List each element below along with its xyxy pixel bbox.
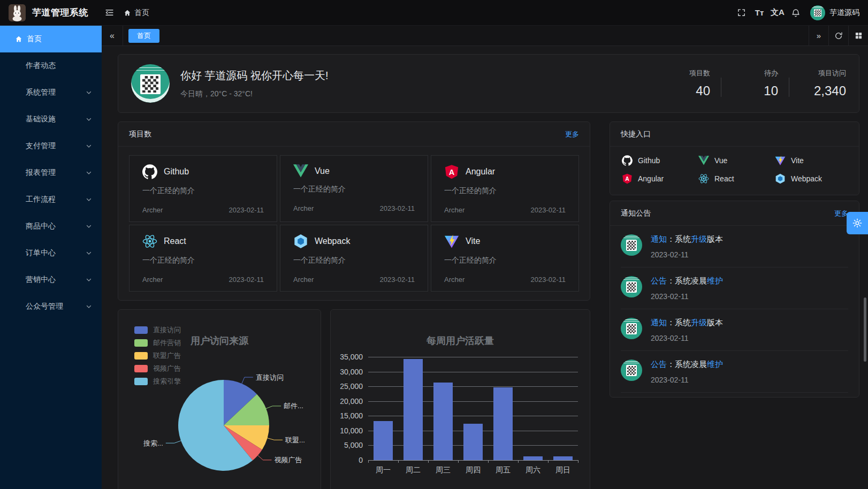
charts-row: 用户访问来源 直接访问邮件营销联盟广告视频广告搜索引擎 直接访问邮件...联盟.…	[118, 309, 590, 489]
notice-item[interactable]: 通知：系统升级版本2023-02-11	[621, 309, 848, 351]
project-card-webpack[interactable]: Webpack一个正经的简介Archer2023-02-11	[280, 225, 428, 292]
notice-title-segment: 公告	[651, 360, 667, 369]
y-axis-tick-label: 35,000	[340, 353, 363, 361]
shortcut-webpack[interactable]: Webpack	[775, 173, 847, 184]
sidebar-item-order[interactable]: 订单中心	[0, 240, 102, 266]
notice-content: 公告：系统凌晨维护2023-02-11	[651, 276, 723, 301]
user-menu[interactable]: 芋道源码	[810, 5, 859, 20]
main-area: « 首页 » 你好 芋道源码 祝你开心每一天!	[102, 26, 868, 489]
breadcrumb[interactable]: 首页	[124, 8, 149, 18]
shortcut-label: Vue	[714, 156, 727, 165]
shortcut-vite[interactable]: Vite	[775, 155, 847, 166]
pie-slice-label: 邮件...	[284, 402, 303, 410]
notices-card: 通知公告 更多 通知：系统升级版本2023-02-11公告：系统凌晨维护2023…	[610, 201, 859, 398]
project-card-angular[interactable]: AAngular一个正经的简介Archer2023-02-11	[431, 155, 579, 222]
project-author: Archer	[444, 206, 465, 214]
bar-周六[interactable]	[523, 456, 543, 460]
page-scrollbar[interactable]	[864, 297, 866, 362]
y-axis-tick-label: 30,000	[340, 368, 363, 376]
notice-date: 2023-02-11	[651, 334, 723, 342]
app-logo[interactable]	[9, 4, 26, 21]
project-footer: Archer2023-02-11	[444, 276, 566, 284]
project-footer: Archer2023-02-11	[293, 204, 415, 212]
sidebar-item-label: 作者动态	[26, 61, 56, 71]
bar-chart[interactable]: 05,00010,00015,00020,00025,00030,00035,0…	[368, 357, 578, 460]
project-card-vite[interactable]: Vite一个正经的简介Archer2023-02-11	[431, 225, 579, 292]
sidebar-item-pay[interactable]: 支付管理	[0, 133, 102, 159]
sidebar-item-system[interactable]: 系统管理	[0, 79, 102, 106]
settings-gear-button[interactable]	[847, 212, 868, 234]
navbar-left: 芋道管理系统 首页	[0, 0, 149, 26]
sidebar-item-product[interactable]: 商品中心	[0, 213, 102, 240]
projects-card: 项目数 更多 Github一个正经的简介Archer2023-02-11Vue一…	[118, 121, 590, 301]
vite-icon	[775, 155, 786, 166]
angular-icon: A	[444, 164, 459, 179]
tab-首页[interactable]: 首页	[128, 29, 159, 43]
shortcut-label: React	[714, 174, 734, 183]
y-axis-tick-label: 0	[359, 456, 363, 464]
project-name: Webpack	[315, 236, 350, 246]
project-name: Github	[164, 167, 189, 177]
bar-周一[interactable]	[374, 421, 393, 460]
menu-fold-icon[interactable]	[100, 0, 118, 26]
tabs-scroll-right-icon[interactable]: »	[809, 26, 828, 46]
sidebar-item-report[interactable]: 报表管理	[0, 159, 102, 186]
project-date: 2023-02-11	[379, 276, 415, 284]
font-size-icon[interactable]: Tт	[750, 0, 768, 26]
chevron-down-icon	[86, 170, 92, 176]
layout-grid-icon[interactable]	[848, 26, 868, 46]
x-axis-tick-mark	[428, 460, 429, 463]
bar-gridline	[368, 357, 578, 357]
welcome-card: 你好 芋道源码 祝你开心每一天! 今日晴，20°C - 32°C! 项目数40待…	[118, 54, 859, 113]
fullscreen-icon[interactable]	[732, 0, 750, 26]
pie-label-line	[258, 455, 272, 460]
notice-title: 公告：系统凌晨维护	[651, 360, 723, 370]
shortcut-react[interactable]: React	[698, 173, 771, 184]
shortcuts-card: 快捷入口 GithubVueViteAAngularReactWebpack	[610, 121, 859, 195]
stat-block: 项目访问2,340	[800, 68, 846, 98]
notice-item[interactable]: 公告：系统凌晨维护2023-02-11	[621, 268, 848, 309]
language-icon[interactable]: 文A	[768, 0, 787, 26]
chevron-down-icon	[86, 277, 92, 283]
sidebar-item-workflow[interactable]: 工作流程	[0, 186, 102, 213]
shortcut-vue[interactable]: Vue	[698, 155, 771, 166]
project-card-github[interactable]: Github一个正经的简介Archer2023-02-11	[129, 155, 277, 222]
notices-card-header: 通知公告 更多	[610, 201, 859, 226]
y-axis-tick-label: 15,000	[340, 411, 363, 420]
projects-more-link[interactable]: 更多	[565, 129, 579, 139]
pie-chart[interactable]: 直接访问邮件...联盟...视频广告搜索...	[118, 310, 321, 489]
bar-周四[interactable]	[463, 424, 483, 460]
pie-slice-label: 直接访问	[256, 373, 284, 381]
project-date: 2023-02-11	[229, 276, 264, 284]
bar-周二[interactable]	[403, 359, 423, 460]
shortcut-angular[interactable]: AAngular	[622, 173, 694, 184]
sidebar-item-infra[interactable]: 基础设施	[0, 106, 102, 133]
sidebar-item-author[interactable]: 作者动态	[0, 52, 102, 79]
notice-title-segment: ：系统	[667, 318, 691, 327]
pie-label-line	[268, 438, 283, 440]
notice-content: 通知：系统升级版本2023-02-11	[651, 318, 723, 342]
sidebar-item-marketing[interactable]: 营销中心	[0, 266, 102, 293]
notice-item[interactable]: 通知：系统升级版本2023-02-11	[621, 226, 848, 268]
project-card-react[interactable]: React一个正经的简介Archer2023-02-11	[129, 225, 277, 292]
projects-grid: Github一个正经的简介Archer2023-02-11Vue一个正经的简介A…	[118, 147, 590, 300]
stats-row: 项目数40待办10项目访问2,340	[664, 68, 846, 98]
notice-item[interactable]: 公告：系统凌晨维护2023-02-11	[621, 351, 848, 393]
notice-avatar	[621, 318, 642, 339]
vue-icon	[293, 164, 308, 178]
refresh-icon[interactable]	[828, 26, 848, 46]
notice-title: 通知：系统升级版本	[651, 234, 723, 244]
project-card-vue[interactable]: Vue一个正经的简介Archer2023-02-11	[280, 155, 428, 222]
bar-周五[interactable]	[493, 387, 513, 460]
tabs-scroll-left-icon[interactable]: «	[102, 26, 123, 46]
notification-bell-icon[interactable]	[787, 0, 805, 26]
shortcut-github[interactable]: Github	[622, 155, 694, 166]
home-icon	[124, 9, 131, 17]
project-card-header: AAngular	[444, 164, 566, 179]
notice-date: 2023-02-11	[651, 250, 723, 259]
sidebar-item-mp[interactable]: 公众号管理	[0, 293, 102, 320]
bar-周日[interactable]	[553, 456, 573, 460]
bar-周三[interactable]	[433, 383, 453, 460]
sidebar-item-home[interactable]: 首页	[0, 26, 102, 52]
react-icon	[698, 173, 709, 184]
